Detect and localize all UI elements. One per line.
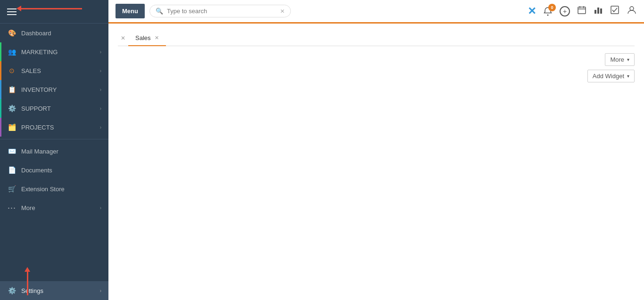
svg-rect-5: [594, 10, 596, 14]
extension-store-icon: 🛒: [7, 184, 17, 194]
sidebar: 🎨 Dashboard 👥 MARKETING › ⊙ SALES › 📋 IN…: [0, 0, 108, 300]
top-right-buttons: More ▾ Add Widget ▾: [587, 53, 635, 82]
accent-bar-inventory: [0, 80, 1, 99]
marketing-icon: 👥: [7, 47, 17, 57]
sidebar-item-inventory-label: INVENTORY: [21, 86, 100, 93]
notification-badge: 0: [548, 4, 556, 11]
chevron-more: ›: [100, 205, 101, 211]
more-dots-icon: ···: [7, 203, 17, 212]
sidebar-item-marketing[interactable]: 👥 MARKETING ›: [0, 42, 108, 61]
hamburger-line-1: [7, 8, 17, 9]
crm-logo-icon[interactable]: ✕: [528, 5, 536, 17]
chevron-settings: ›: [100, 288, 101, 293]
sidebar-item-documents[interactable]: 📄 Documents: [0, 161, 108, 179]
topbar: Menu 🔍 ✕ ✕ 0 +: [108, 0, 644, 24]
sidebar-header: [0, 0, 108, 24]
menu-button[interactable]: Menu: [116, 4, 145, 18]
support-icon: ⚙️: [7, 104, 17, 113]
chevron-support: ›: [100, 106, 101, 111]
sidebar-item-projects[interactable]: 🗂️ PROJECTS ›: [0, 118, 108, 137]
search-box: 🔍 ✕: [149, 5, 291, 17]
dashboard-area: ✕ Sales ✕ More ▾ Add Widget ▾: [108, 24, 644, 300]
sidebar-item-mail-manager-label: Mail Manager: [21, 148, 101, 155]
add-icon[interactable]: +: [560, 6, 570, 16]
add-widget-chevron-icon: ▾: [627, 73, 629, 79]
accent-bar-sales: [0, 61, 1, 80]
more-button-label: More: [610, 56, 624, 63]
chart-icon[interactable]: [594, 5, 603, 17]
add-widget-button[interactable]: Add Widget ▾: [587, 70, 635, 82]
svg-point-9: [630, 7, 634, 10]
svg-rect-7: [600, 8, 602, 14]
add-widget-button-label: Add Widget: [593, 73, 624, 80]
inventory-icon: 📋: [7, 85, 17, 94]
sidebar-divider-1: [0, 139, 108, 139]
sidebar-item-support[interactable]: ⚙️ SUPPORT ›: [0, 99, 108, 118]
topbar-icons: ✕ 0 +: [528, 5, 637, 17]
hamburger-line-2: [7, 11, 17, 12]
search-icon: 🔍: [156, 8, 163, 15]
tab-close-x[interactable]: ✕: [118, 31, 128, 46]
main-area: Menu 🔍 ✕ ✕ 0 +: [108, 0, 644, 300]
hamburger-icon[interactable]: [7, 8, 17, 15]
sidebar-item-dashboard[interactable]: 🎨 Dashboard: [0, 24, 108, 42]
accent-bar-marketing: [0, 42, 1, 61]
user-avatar-icon[interactable]: [627, 5, 637, 17]
svg-rect-8: [611, 6, 619, 14]
tab-bar: ✕ Sales ✕: [118, 31, 635, 46]
more-chevron-icon: ▾: [627, 57, 629, 62]
dashboard-icon: 🎨: [7, 28, 17, 38]
sidebar-item-support-label: SUPPORT: [21, 105, 100, 112]
accent-bar-support: [0, 99, 1, 118]
chevron-inventory: ›: [100, 87, 101, 92]
arrow-head-up: [25, 267, 30, 272]
chevron-projects: ›: [100, 125, 101, 130]
notifications-icon[interactable]: 0: [543, 6, 553, 16]
sales-icon: ⊙: [7, 66, 17, 75]
sidebar-item-projects-label: PROJECTS: [21, 124, 100, 131]
more-button[interactable]: More ▾: [605, 53, 635, 66]
dashboard-header: More ▾ Add Widget ▾: [118, 53, 635, 82]
sidebar-item-dashboard-label: Dashboard: [21, 30, 101, 37]
svg-point-0: [547, 15, 549, 16]
documents-icon: 📄: [7, 165, 17, 175]
hamburger-line-3: [7, 14, 17, 15]
sidebar-item-extension-store-label: Extension Store: [21, 186, 101, 193]
sidebar-item-sales[interactable]: ⊙ SALES ›: [0, 61, 108, 80]
chevron-marketing: ›: [100, 49, 101, 55]
sidebar-item-documents-label: Documents: [21, 167, 101, 174]
sidebar-item-settings[interactable]: ⚙️ Settings › ⚙️ CRM Settings 👤 Manage U…: [0, 281, 108, 300]
sidebar-item-more-label: More: [21, 204, 100, 211]
settings-icon: ⚙️: [7, 286, 17, 295]
sidebar-item-inventory[interactable]: 📋 INVENTORY ›: [0, 80, 108, 99]
sidebar-item-sales-label: SALES: [21, 67, 100, 74]
svg-rect-6: [597, 8, 599, 14]
tasks-icon[interactable]: [610, 5, 619, 17]
search-input[interactable]: [167, 8, 280, 15]
calendar-icon[interactable]: [577, 5, 586, 17]
sidebar-item-mail-manager[interactable]: ✉️ Mail Manager: [0, 142, 108, 161]
sidebar-item-settings-label: Settings: [21, 287, 100, 294]
chevron-sales: ›: [100, 68, 101, 73]
sidebar-item-extension-store[interactable]: 🛒 Extension Store: [0, 179, 108, 198]
svg-rect-1: [578, 7, 586, 14]
tab-sales[interactable]: Sales ✕: [128, 31, 166, 46]
search-clear-icon[interactable]: ✕: [280, 8, 285, 15]
sidebar-item-marketing-label: MARKETING: [21, 49, 100, 56]
tab-sales-label: Sales: [135, 34, 151, 41]
mail-manager-icon: ✉️: [7, 146, 17, 156]
accent-bar-projects: [0, 118, 1, 137]
sidebar-item-more[interactable]: ··· More ›: [0, 198, 108, 217]
projects-icon: 🗂️: [7, 122, 17, 132]
tab-sales-close-icon[interactable]: ✕: [155, 35, 159, 41]
